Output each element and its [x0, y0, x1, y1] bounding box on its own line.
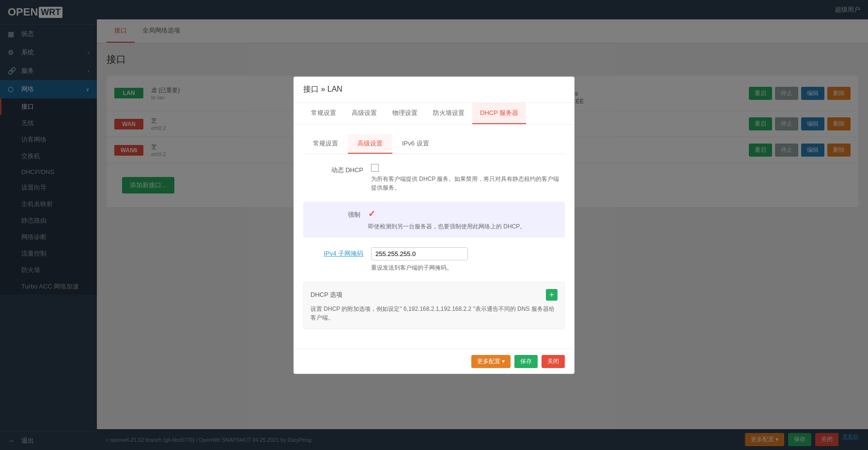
dynamic-dhcp-checkbox[interactable]	[371, 164, 379, 172]
dhcp-options-label: DHCP 选项	[310, 290, 342, 299]
modal-tab-physical[interactable]: 物理设置	[385, 103, 425, 124]
ipv4-netmask-control: 重设发送到客户端的子网掩码。	[371, 247, 565, 272]
force-checkmark-icon: ✓	[368, 209, 375, 219]
modal-tab-firewall[interactable]: 防火墙设置	[425, 103, 472, 124]
dhcp-options-add-button[interactable]: +	[546, 289, 558, 301]
dynamic-dhcp-row: 动态 DHCP 为所有客户端提供 DHCP 服务。如果禁用，将只对具有静态租约的…	[303, 164, 565, 192]
ipv4-netmask-input[interactable]	[371, 247, 468, 260]
modal-more-config-button[interactable]: 更多配置 ▾	[471, 355, 511, 368]
modal-tab-advanced[interactable]: 高级设置	[344, 103, 385, 124]
dhcp-options-header: DHCP 选项 +	[310, 289, 558, 301]
modal-save-button[interactable]: 保存	[514, 355, 538, 368]
modal-cancel-button[interactable]: 关闭	[542, 355, 565, 368]
modal-sub-tab-ipv6[interactable]: IPv6 设置	[392, 134, 439, 154]
modal-tabs: 常规设置 高级设置 物理设置 防火墙设置 DHCP 服务器	[294, 103, 574, 125]
dynamic-dhcp-description: 为所有客户端提供 DHCP 服务。如果禁用，将只对具有静态租约的客户端提供服务。	[371, 175, 565, 192]
modal-overlay[interactable]: 接口 » LAN 常规设置 高级设置 物理设置 防火墙设置 DHCP 服务器	[0, 0, 868, 450]
dhcp-options-description: 设置 DHCP 的附加选项，例如设定" 6,192.168.2.1,192.16…	[310, 305, 558, 322]
modal-header: 接口 » LAN	[294, 77, 574, 103]
dynamic-dhcp-control: 为所有客户端提供 DHCP 服务。如果禁用，将只对具有静态租约的客户端提供服务。	[371, 164, 565, 192]
ipv4-netmask-label: IPv4 子网掩码	[303, 247, 371, 258]
modal-sub-tabs: 常规设置 高级设置 IPv6 设置	[303, 134, 565, 154]
modal-dialog: 接口 » LAN 常规设置 高级设置 物理设置 防火墙设置 DHCP 服务器	[294, 77, 574, 374]
force-label: 强制	[310, 209, 368, 219]
force-control: ✓ 即使检测到另一台服务器，也要强制使用此网络上的 DHCP。	[368, 209, 558, 231]
modal-bottom-actions: 更多配置 ▾ 保存 关闭	[294, 349, 574, 374]
force-check-row: ✓	[368, 209, 558, 219]
dynamic-dhcp-checkbox-wrap	[371, 164, 565, 172]
modal-tab-general[interactable]: 常规设置	[303, 103, 344, 124]
modal-tab-dhcp[interactable]: DHCP 服务器	[472, 103, 526, 124]
modal-sub-tab-general[interactable]: 常规设置	[303, 134, 348, 154]
ipv4-netmask-link[interactable]: IPv4 子网掩码	[324, 250, 363, 257]
ipv4-netmask-description: 重设发送到客户端的子网掩码。	[371, 263, 565, 272]
force-row: 强制 ✓ 即使检测到另一台服务器，也要强制使用此网络上的 DHCP。	[303, 202, 565, 238]
ipv4-netmask-row: IPv4 子网掩码 重设发送到客户端的子网掩码。	[303, 247, 565, 272]
dynamic-dhcp-label: 动态 DHCP	[303, 164, 371, 175]
modal-title: 接口 » LAN	[303, 85, 342, 93]
dhcp-options-box: DHCP 选项 + 设置 DHCP 的附加选项，例如设定" 6,192.168.…	[303, 282, 565, 329]
modal-sub-tab-advanced[interactable]: 高级设置	[348, 134, 392, 154]
force-description: 即使检测到另一台服务器，也要强制使用此网络上的 DHCP。	[368, 222, 558, 231]
modal-body: 常规设置 高级设置 IPv6 设置 动态 DHCP 为所有客户	[294, 125, 574, 349]
